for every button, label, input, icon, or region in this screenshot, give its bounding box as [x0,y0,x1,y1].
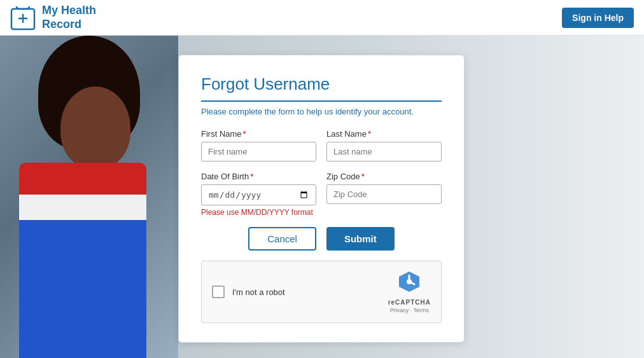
logo-area: My Health Record [10,4,96,31]
header: My Health Record Sign in Help [0,0,644,36]
last-name-input[interactable] [326,142,442,162]
logo-text: My Health Record [42,4,96,31]
last-name-required: * [368,129,371,139]
svg-point-3 [407,279,412,284]
cancel-button[interactable]: Cancel [248,227,316,251]
zip-required: * [361,172,365,181]
last-name-field: Last Name* [326,129,442,162]
zip-field: Zip Code* [326,172,442,217]
shirt-blue [19,220,146,358]
dialog-title: Forgot Username [201,74,442,102]
recaptcha-right: reCAPTCHA Privacy · Terms [388,270,431,313]
dob-input[interactable] [201,184,316,205]
background-person [0,36,178,358]
button-row: Cancel Submit [201,227,442,251]
dob-label: Date Of Birth* [201,172,316,181]
first-name-input[interactable] [201,142,316,162]
recaptcha-checkbox[interactable] [212,286,225,298]
dob-field: Date Of Birth* Please use MM/DD/YYYY for… [201,172,316,217]
dob-required: * [250,172,253,181]
recaptcha-widget: I'm not a robot reCAPTCHA Privacy · Term… [201,261,442,323]
dialog-subtitle: Please complete the form to help us iden… [201,107,442,116]
recaptcha-left: I'm not a robot [212,286,285,298]
recaptcha-label: I'm not a robot [232,287,285,297]
forgot-username-dialog: Forgot Username Please complete the form… [178,55,465,343]
logo-icon [10,5,36,31]
recaptcha-logo-icon [398,270,421,298]
first-name-required: * [243,129,246,139]
dob-zip-row: Date Of Birth* Please use MM/DD/YYYY for… [201,172,442,217]
recaptcha-brand: reCAPTCHA [388,299,431,306]
recaptcha-links: Privacy · Terms [390,307,429,313]
person-face [60,86,130,169]
last-name-label: Last Name* [326,129,442,139]
first-name-label: First Name* [201,129,316,139]
dob-hint: Please use MM/DD/YYYY format [201,208,316,217]
person-shirt [19,163,146,358]
zip-input[interactable] [326,184,442,204]
shirt-red [19,163,146,195]
submit-button[interactable]: Submit [326,227,395,251]
zip-label: Zip Code* [326,172,442,181]
sign-in-help-button[interactable]: Sign in Help [562,8,634,28]
first-name-field: First Name* [201,129,316,162]
main-area: Forgot Username Please complete the form… [0,36,644,358]
name-row: First Name* Last Name* [201,129,442,162]
shirt-white [19,195,146,220]
